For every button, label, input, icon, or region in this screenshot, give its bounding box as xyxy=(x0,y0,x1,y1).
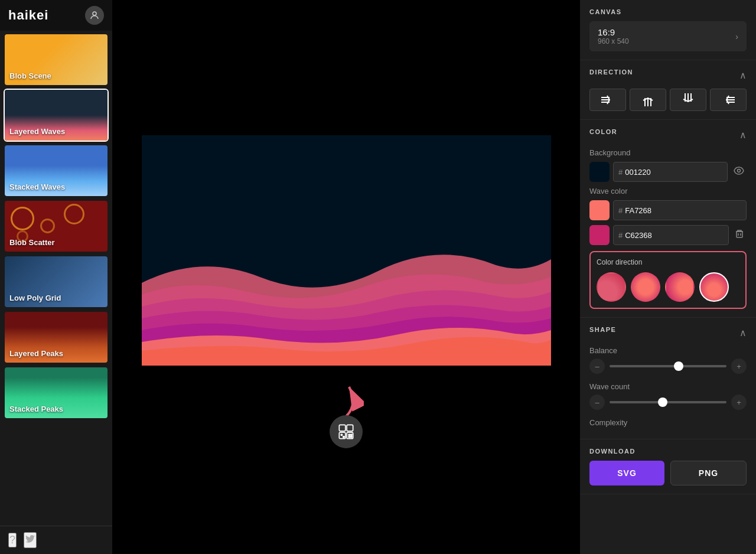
sidebar-footer: ? xyxy=(0,526,112,554)
sidebar: haikei Blob Scene Layered Waves Stacked … xyxy=(0,0,112,554)
canvas-section-title: CANVAS xyxy=(589,8,747,15)
color-direction-option-2[interactable] xyxy=(631,272,660,302)
download-png-button[interactable]: PNG xyxy=(670,461,747,485)
sidebar-item-stacked-waves[interactable]: Stacked Waves xyxy=(4,144,109,197)
twitter-button[interactable] xyxy=(24,532,37,548)
sidebar-item-layered-waves[interactable]: Layered Waves xyxy=(4,89,109,142)
wave-count-slider-row: – + xyxy=(589,395,747,410)
svg-point-8 xyxy=(348,436,350,438)
color-section-title: COLOR xyxy=(589,128,617,135)
wave-count-slider[interactable] xyxy=(610,401,726,403)
color-section: COLOR ∧ Background # Wave color # xyxy=(580,120,756,318)
color-direction-option-4[interactable] xyxy=(699,272,729,302)
svg-point-6 xyxy=(348,434,350,435)
canvas-ratio: 16:9 xyxy=(598,27,629,37)
wave-color-delete-button[interactable] xyxy=(732,227,747,243)
sidebar-item-blob-scene[interactable]: Blob Scene xyxy=(4,33,109,86)
download-section: DOWNLOAD SVG PNG xyxy=(580,439,756,494)
shape-section-title: SHAPE xyxy=(589,326,616,333)
download-svg-button[interactable]: SVG xyxy=(589,461,664,485)
scene-label-blob-scatter: Blob Scatter xyxy=(9,238,55,247)
app-logo: haikei xyxy=(8,8,48,23)
sidebar-item-layered-peaks[interactable]: Layered Peaks xyxy=(4,311,109,364)
scene-label-blob-scene: Blob Scene xyxy=(9,71,51,80)
canvas-chevron-icon: › xyxy=(735,32,738,41)
randomize-button[interactable] xyxy=(330,415,363,448)
direction-section-title: DIRECTION xyxy=(589,69,633,76)
direction-down-button[interactable] xyxy=(670,89,706,111)
svg-rect-26 xyxy=(737,232,742,237)
color-collapse-button[interactable]: ∧ xyxy=(739,129,747,141)
scene-label-stacked-peaks: Stacked Peaks xyxy=(9,405,63,413)
direction-up-button[interactable] xyxy=(630,89,666,111)
wave-color-row-2: # xyxy=(589,225,747,245)
color-direction-option-3[interactable] xyxy=(665,272,695,302)
svg-point-9 xyxy=(351,436,352,438)
color-direction-options xyxy=(597,272,739,302)
background-color-input[interactable] xyxy=(625,168,722,177)
background-visibility-button[interactable] xyxy=(731,164,747,180)
wave-color-swatch-2[interactable] xyxy=(589,225,610,245)
svg-point-10 xyxy=(341,434,342,435)
svg-point-0 xyxy=(93,12,96,15)
wave-color-input-1[interactable] xyxy=(625,206,741,215)
arrow-indicator xyxy=(328,375,364,419)
shape-collapse-button[interactable]: ∧ xyxy=(739,327,747,338)
right-panel: CANVAS 16:9 960 x 540 › DIRECTION ∧ xyxy=(580,0,756,554)
direction-buttons xyxy=(589,89,747,111)
background-color-label: Background xyxy=(589,148,747,157)
scene-label-low-poly-grid: Low Poly Grid xyxy=(9,294,61,302)
sidebar-item-blob-scatter[interactable]: Blob Scatter xyxy=(4,200,109,253)
balance-decrease-button[interactable]: – xyxy=(589,359,605,374)
scene-label-layered-peaks: Layered Peaks xyxy=(9,349,63,358)
svg-point-25 xyxy=(738,170,741,172)
main-canvas-area xyxy=(112,0,580,554)
background-color-swatch[interactable] xyxy=(589,162,610,182)
balance-label: Balance xyxy=(589,346,747,355)
canvas-section: CANVAS 16:9 960 x 540 › xyxy=(580,0,756,60)
direction-left-button[interactable] xyxy=(710,89,747,111)
color-direction-label: Color direction xyxy=(597,258,739,266)
wave-color-row-1: # xyxy=(589,200,747,220)
direction-right-button[interactable] xyxy=(589,89,626,111)
scene-list: Blob Scene Layered Waves Stacked Waves B… xyxy=(0,31,112,422)
download-buttons: SVG PNG xyxy=(589,461,747,485)
wave-color-swatch-1[interactable] xyxy=(589,200,610,220)
wave-count-label: Wave count xyxy=(589,382,747,391)
scene-label-layered-waves: Layered Waves xyxy=(9,127,65,136)
balance-slider[interactable] xyxy=(610,365,726,367)
background-color-row: # xyxy=(589,162,747,182)
complexity-label: Complexity xyxy=(589,418,747,427)
user-avatar-button[interactable] xyxy=(85,6,104,25)
sidebar-header: haikei xyxy=(0,0,112,31)
svg-rect-2 xyxy=(339,425,346,431)
svg-point-7 xyxy=(351,434,352,435)
color-direction-option-1[interactable] xyxy=(597,272,626,302)
sidebar-item-low-poly-grid[interactable]: Low Poly Grid xyxy=(4,255,109,308)
download-section-title: DOWNLOAD xyxy=(589,448,747,455)
color-direction-section: Color direction xyxy=(589,251,747,309)
wave-color-label: Wave color xyxy=(589,187,747,195)
balance-increase-button[interactable]: + xyxy=(731,359,747,374)
shape-section: SHAPE ∧ Balance – + Wave count – + Compl… xyxy=(580,318,756,439)
canvas-selector[interactable]: 16:9 960 x 540 › xyxy=(589,21,747,51)
svg-point-11 xyxy=(343,436,344,438)
scene-label-stacked-waves: Stacked Waves xyxy=(9,183,65,191)
help-button[interactable]: ? xyxy=(8,533,17,548)
sidebar-item-stacked-peaks[interactable]: Stacked Peaks xyxy=(4,366,109,419)
svg-rect-3 xyxy=(347,425,353,431)
direction-collapse-button[interactable]: ∧ xyxy=(739,70,747,81)
canvas-preview xyxy=(142,135,551,366)
wave-count-increase-button[interactable]: + xyxy=(731,395,747,410)
balance-slider-row: – + xyxy=(589,359,747,374)
direction-section: DIRECTION ∧ xyxy=(580,60,756,120)
wave-color-input-2[interactable] xyxy=(625,231,724,240)
canvas-size: 960 x 540 xyxy=(598,37,629,45)
wave-count-decrease-button[interactable]: – xyxy=(589,395,605,410)
